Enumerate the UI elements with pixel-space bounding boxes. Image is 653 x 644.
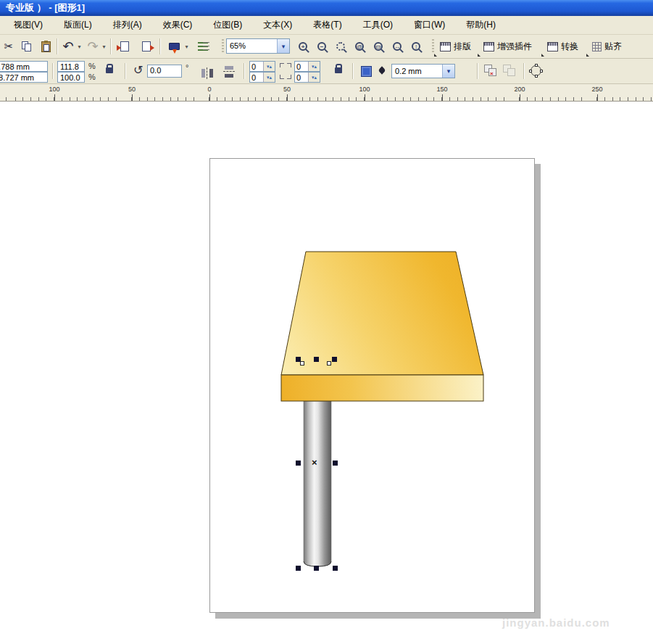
menu-tools[interactable]: 工具(O): [356, 16, 400, 34]
lamp-shade-rim-shape[interactable]: [281, 375, 483, 401]
export-button[interactable]: [138, 38, 155, 55]
object-y-field[interactable]: 28.727 mm: [0, 72, 48, 83]
zoom-to-width-button[interactable]: ↔: [388, 38, 406, 55]
lamp-pole-shape[interactable]: [304, 401, 331, 566]
rotation-icon: ↺: [133, 63, 143, 77]
zoom-to-page-button[interactable]: ▭: [370, 38, 387, 55]
zoom-all-objects-button[interactable]: @: [351, 38, 368, 55]
mirror-horizontal-button[interactable]: [200, 65, 215, 82]
zoom-in-button[interactable]: +: [294, 38, 312, 55]
corner-bracket-icon: [280, 75, 284, 79]
toolbar-separator: [57, 38, 58, 54]
plugins-toolbar-button[interactable]: 增强插件: [483, 38, 532, 55]
scale-h-field[interactable]: 111.8: [57, 61, 85, 72]
wrap-text-button[interactable]: [361, 66, 372, 77]
convert-to-curves-button[interactable]: [531, 65, 541, 76]
outline-combo-dropdown[interactable]: ▾: [442, 65, 454, 78]
propbar-separator: [477, 63, 478, 79]
paste-button[interactable]: [38, 38, 54, 55]
propbar-separator: [244, 63, 245, 79]
copy-button[interactable]: [19, 38, 35, 55]
corner-lock-icon[interactable]: [335, 67, 342, 73]
selection-center-marker[interactable]: ×: [312, 459, 317, 466]
menu-table[interactable]: 表格(T): [306, 16, 349, 34]
redo-button[interactable]: ↷: [86, 38, 100, 55]
toolbar-grip[interactable]: [222, 39, 224, 54]
ruler-major-tick: [520, 94, 520, 101]
rotation-angle-field[interactable]: 0.0: [147, 65, 182, 78]
ruler-major-tick: [597, 94, 598, 101]
scale-v-field[interactable]: 100.0: [57, 72, 85, 83]
selection-handle[interactable]: [314, 357, 319, 362]
zoom-out-icon: −: [317, 42, 326, 51]
curve-node[interactable]: [327, 361, 331, 366]
selection-handle[interactable]: [296, 566, 301, 571]
menu-view[interactable]: 视图(V): [7, 16, 50, 34]
spinner-arrows-icon[interactable]: ▾▴: [308, 62, 320, 71]
horizontal-ruler[interactable]: 100 50 0 50 100 150 200 250: [0, 84, 653, 102]
to-front-button[interactable]: ×: [484, 65, 499, 78]
spinner-arrows-icon[interactable]: ▾▴: [308, 73, 320, 82]
export-icon: [142, 41, 151, 51]
drawing-canvas[interactable]: × jingyan.baidu.com: [0, 102, 653, 644]
mirror-horizontal-icon: [201, 69, 213, 78]
ruler-label: 100: [359, 86, 370, 93]
snap-toolbar-button[interactable]: 贴齐: [592, 38, 622, 55]
menu-bar: 视图(V) 版面(L) 排列(A) 效果(C) 位图(B) 文本(X) 表格(T…: [0, 16, 653, 35]
corner-radius-field-bottom2[interactable]: 0 ▾▴: [294, 72, 320, 83]
ruler-label: 200: [514, 86, 525, 93]
launcher-dropdown[interactable]: ▾: [183, 38, 190, 55]
outline-width-combo[interactable]: 0.2 mm ▾: [391, 64, 455, 78]
redo-dropdown[interactable]: ▾: [100, 38, 107, 55]
spinner-arrows-icon[interactable]: ▾▴: [263, 73, 275, 82]
options-button[interactable]: [194, 38, 212, 55]
convert-toolbar-button[interactable]: 转换: [547, 38, 578, 55]
lamp-shade-shape[interactable]: [281, 252, 483, 375]
grid-snap-icon: [592, 42, 602, 51]
zoom-out-button[interactable]: −: [313, 38, 330, 55]
zoom-level-combo[interactable]: 65% ▾: [226, 38, 290, 54]
import-button[interactable]: [116, 38, 133, 55]
ruler-major-tick: [442, 94, 443, 101]
zoom-selected-button[interactable]: [332, 38, 349, 55]
corner-radius-field-bottom[interactable]: 0 ▾▴: [249, 72, 275, 83]
undo-button[interactable]: ↶: [61, 38, 75, 55]
layout-toolbar-button[interactable]: 排版: [440, 38, 471, 55]
zoom-combo-dropdown[interactable]: ▾: [277, 39, 289, 53]
corner-radius-field-top[interactable]: 0 ▾▴: [249, 61, 275, 72]
menu-layout[interactable]: 版面(L): [57, 16, 99, 34]
ruler-major-tick: [365, 94, 365, 101]
undo-dropdown[interactable]: ▾: [75, 38, 83, 55]
menu-help[interactable]: 帮助(H): [459, 16, 503, 34]
mirror-vertical-button[interactable]: [222, 63, 236, 80]
selection-handle[interactable]: [296, 461, 301, 466]
propbar-separator: [125, 63, 126, 79]
menu-arrange[interactable]: 排列(A): [106, 16, 149, 34]
ruler-label: 0: [207, 86, 211, 93]
zoom-to-height-button[interactable]: ↕: [407, 38, 425, 55]
lamp-drawing[interactable]: [275, 247, 486, 573]
menu-effects[interactable]: 效果(C): [156, 16, 200, 34]
toolbar-grip[interactable]: [432, 39, 434, 54]
spinner-arrows-icon[interactable]: ▾▴: [263, 62, 275, 71]
scale-lock-icon[interactable]: [106, 67, 113, 73]
selection-handle[interactable]: [314, 566, 319, 571]
convert-icon: [547, 42, 558, 51]
selection-handle[interactable]: [333, 461, 338, 466]
zoom-in-icon: +: [299, 42, 307, 51]
cut-button[interactable]: ✂: [1, 38, 16, 55]
selection-handle[interactable]: [332, 357, 337, 362]
corner-radius-field-top2[interactable]: 0 ▾▴: [294, 61, 320, 72]
propbar-separator: [523, 63, 525, 79]
to-back-button[interactable]: [503, 65, 517, 78]
selection-handle[interactable]: [333, 566, 338, 571]
menu-window[interactable]: 窗口(W): [407, 16, 452, 34]
plugins-label: 增强插件: [497, 41, 532, 53]
object-x-field[interactable]: 7.788 mm: [0, 61, 48, 72]
menu-bitmaps[interactable]: 位图(B): [206, 16, 249, 34]
chevron-down-icon: ▾: [78, 44, 80, 50]
redo-icon: ↷: [87, 38, 98, 54]
menu-text[interactable]: 文本(X): [256, 16, 299, 34]
curve-node[interactable]: [300, 361, 304, 366]
application-launcher-button[interactable]: [165, 38, 183, 55]
